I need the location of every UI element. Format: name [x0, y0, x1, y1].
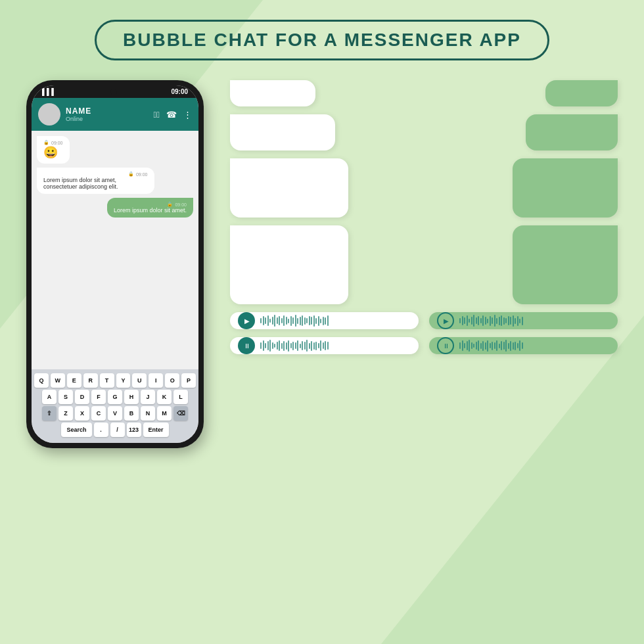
key-c[interactable]: C [91, 406, 106, 421]
play-button-white[interactable]: ▶ [238, 312, 255, 329]
video-call-icon[interactable]: ▶⃞ [154, 110, 160, 120]
template-white-xlarge [230, 225, 348, 304]
key-o[interactable]: O [165, 373, 179, 388]
template-green-medium [526, 114, 618, 150]
key-v[interactable]: V [108, 406, 122, 421]
template-green-small [545, 80, 618, 106]
key-z[interactable]: Z [58, 406, 73, 421]
key-l[interactable]: L [173, 390, 188, 404]
waveform-pause-white [260, 339, 411, 352]
key-f[interactable]: F [91, 390, 106, 404]
page-title: BUBBLE CHAT FOR A MESSENGER APP [123, 30, 521, 50]
key-dot[interactable]: . [94, 423, 108, 437]
title-border: BUBBLE CHAT FOR A MESSENGER APP [95, 20, 549, 60]
audio-player-pause-white[interactable]: ⏸ [230, 337, 419, 354]
header-icons: ▶⃞ ☎ ⋮ [154, 110, 193, 120]
play-button-green[interactable]: ▶ [437, 312, 454, 329]
key-b[interactable]: B [124, 406, 139, 421]
phone-container: ▌▌▌ 09:00 NAME Online ▶⃞ ☎ [26, 80, 210, 448]
keyboard-row-1: Q W E R T Y U I O P [34, 373, 196, 388]
keyboard-row-bottom: Search . / 123 Enter [34, 423, 196, 437]
key-u[interactable]: U [132, 373, 147, 388]
white-bubble-column: ▶ [230, 80, 419, 354]
title-section: BUBBLE CHAT FOR A MESSENGER APP [26, 20, 618, 60]
message-bubble-3: 🔒 09:00 Lorem ipsum dolor sit amet. [107, 198, 193, 218]
message-row-1: 🔒 09:00 😀 [37, 136, 193, 164]
pause-button-white[interactable]: ⏸ [238, 337, 255, 354]
template-white-large [230, 158, 348, 218]
play-icon-white: ▶ [244, 317, 250, 325]
key-x[interactable]: X [75, 406, 89, 421]
keyboard-row-2: A S D F G H J K L [34, 390, 196, 404]
key-y[interactable]: Y [116, 373, 131, 388]
key-slash[interactable]: / [110, 423, 125, 437]
key-w[interactable]: W [51, 373, 65, 388]
msg-text-3: Lorem ipsum dolor sit amet. [114, 207, 187, 214]
message-row-2: 🔒 09:00 Lorem ipsum dolor sit amet, cons… [37, 168, 193, 194]
waveform-green [459, 314, 610, 327]
message-row-3: 🔒 09:00 Lorem ipsum dolor sit amet. [37, 198, 193, 218]
phone-icon[interactable]: ☎ [166, 110, 177, 120]
contact-name: NAME [66, 106, 149, 116]
keyboard: Q W E R T Y U I O P A [32, 369, 198, 443]
template-white-small [230, 80, 315, 106]
audio-player-pause-green[interactable]: ⏸ [429, 337, 618, 354]
key-r[interactable]: R [83, 373, 98, 388]
lock-icon-3: 🔒 [167, 202, 173, 207]
template-green-large [513, 158, 618, 218]
msg-time-3: 🔒 09:00 [114, 202, 187, 207]
message-bubble-2: 🔒 09:00 Lorem ipsum dolor sit amet, cons… [37, 168, 154, 194]
template-green-xlarge [513, 225, 618, 304]
msg-time-1: 🔒 09:00 [43, 140, 63, 145]
key-p[interactable]: P [181, 373, 196, 388]
contact-info: NAME Online [66, 106, 149, 122]
more-options-icon[interactable]: ⋮ [183, 110, 192, 120]
right-side: ▶ [230, 80, 618, 354]
audio-player-play-green[interactable]: ▶ [429, 312, 618, 329]
key-d[interactable]: D [75, 390, 89, 404]
key-k[interactable]: K [157, 390, 172, 404]
avatar [38, 103, 60, 126]
keyboard-row-3: ⇧ Z X C V B N M ⌫ [34, 406, 196, 421]
key-search[interactable]: Search [61, 423, 91, 437]
status-time: 09:00 [171, 88, 188, 95]
audio-player-play-white[interactable]: ▶ [230, 312, 419, 329]
contact-status: Online [66, 116, 149, 122]
main-layout: ▌▌▌ 09:00 NAME Online ▶⃞ ☎ [26, 80, 618, 448]
emoji-message: 😀 [43, 145, 63, 160]
waveform-white [260, 314, 411, 327]
key-g[interactable]: G [108, 390, 122, 404]
green-bubble-column: ▶ [429, 80, 618, 354]
lock-icon-2: 🔒 [128, 172, 134, 177]
key-123[interactable]: 123 [127, 423, 141, 437]
key-enter[interactable]: Enter [143, 423, 169, 437]
key-n[interactable]: N [141, 406, 155, 421]
msg-text-2: Lorem ipsum dolor sit amet, consectetuer… [43, 177, 148, 190]
message-bubble-1: 🔒 09:00 😀 [37, 136, 70, 164]
status-bar: ▌▌▌ 09:00 [32, 85, 198, 98]
key-t[interactable]: T [100, 373, 114, 388]
msg-time-2: 🔒 09:00 [43, 172, 148, 177]
waveform-pause-green [459, 339, 610, 352]
key-i[interactable]: I [149, 373, 163, 388]
lock-icon-1: 🔒 [43, 140, 49, 145]
phone-screen: ▌▌▌ 09:00 NAME Online ▶⃞ ☎ [32, 85, 198, 443]
chat-header: NAME Online ▶⃞ ☎ ⋮ [32, 98, 198, 131]
chat-body: 🔒 09:00 😀 🔒 09:00 [32, 131, 198, 369]
camera-notch [110, 89, 117, 95]
pause-icon-green: ⏸ [443, 342, 449, 350]
key-backspace[interactable]: ⌫ [173, 406, 188, 421]
key-m[interactable]: M [157, 406, 172, 421]
key-shift[interactable]: ⇧ [42, 406, 57, 421]
template-white-medium [230, 114, 335, 150]
signal-icon: ▌▌▌ [42, 88, 56, 95]
key-a[interactable]: A [42, 390, 57, 404]
pause-icon-white: ⏸ [244, 342, 250, 350]
key-e[interactable]: E [67, 373, 81, 388]
key-j[interactable]: J [141, 390, 155, 404]
key-q[interactable]: Q [34, 373, 49, 388]
key-s[interactable]: S [58, 390, 73, 404]
pause-button-green[interactable]: ⏸ [437, 337, 454, 354]
key-h[interactable]: H [124, 390, 139, 404]
phone: ▌▌▌ 09:00 NAME Online ▶⃞ ☎ [26, 80, 204, 448]
